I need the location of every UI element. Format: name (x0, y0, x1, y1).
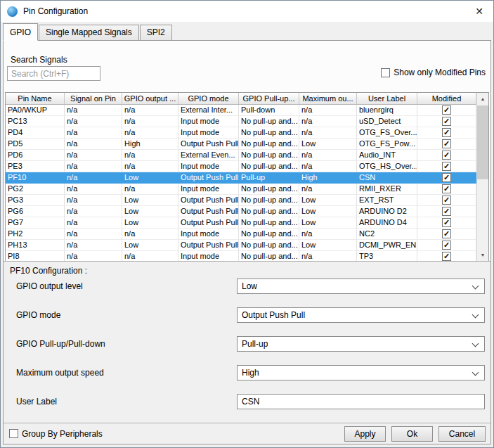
gpio-mode-select[interactable]: Output Push Pull (237, 307, 485, 323)
table-row-pg7[interactable]: PG7n/aLowOutput Push PullNo pull-up and.… (6, 217, 476, 229)
cell-maximum-ou: n/a (299, 116, 357, 127)
table-row-pg2[interactable]: PG2n/an/aInput modeNo pull-up and...n/aR… (6, 184, 476, 195)
group-by-peripherals: Group By Peripherals (9, 429, 103, 439)
cell-signal-on-pin: n/a (65, 116, 122, 127)
cell-modified: ✓ (417, 229, 476, 240)
modified-checkbox[interactable]: ✓ (442, 196, 451, 205)
cell-pin-name: PC13 (6, 116, 65, 127)
column-header-signal-on-pin[interactable]: Signal on Pin (65, 93, 122, 104)
cell-pin-name: PD4 (6, 127, 65, 139)
tab-spi2[interactable]: SPI2 (140, 25, 172, 41)
column-header-gpio-output[interactable]: GPIO output ... (122, 93, 178, 104)
check-icon: ✓ (443, 140, 450, 148)
cell-gpio-mode: Input mode (178, 161, 239, 172)
field-label: Maximum output speed (16, 368, 104, 378)
config-field-user-label: User Label (4, 394, 490, 409)
column-header-user-label[interactable]: User Label (357, 93, 417, 104)
selected-value: Low (242, 279, 257, 293)
cell-gpio-output: n/a (122, 127, 178, 139)
cell-signal-on-pin: n/a (65, 206, 122, 217)
cell-pin-name: PH13 (6, 240, 65, 251)
cell-user-label: DCMI_PWR_EN (357, 240, 417, 251)
apply-button[interactable]: Apply (344, 426, 386, 442)
modified-checkbox[interactable]: ✓ (442, 218, 451, 227)
scrollbar-thumb[interactable] (477, 105, 488, 179)
cell-maximum-ou: n/a (299, 127, 357, 139)
cancel-button[interactable]: Cancel (438, 426, 486, 442)
modified-checkbox[interactable]: ✓ (442, 173, 451, 182)
table-row-pg6[interactable]: PG6n/aLowOutput Push PullNo pull-up and.… (6, 206, 476, 217)
cell-user-label: CSN (357, 172, 417, 184)
modified-checkbox[interactable]: ✓ (442, 105, 451, 115)
cell-signal-on-pin: n/a (65, 240, 122, 251)
gpio-output-level-select[interactable]: Low (237, 279, 485, 294)
cell-gpio-pull-up: Pull-up (239, 172, 299, 184)
close-icon[interactable]: ✕ (465, 1, 493, 21)
cell-gpio-mode: Output Push Pull (178, 206, 239, 217)
modified-checkbox[interactable]: ✓ (442, 252, 451, 261)
table-row-pi8[interactable]: PI8n/an/aInput modeNo pull-up and...n/aT… (6, 251, 476, 262)
modified-checkbox[interactable]: ✓ (442, 139, 451, 148)
table-row-ph13[interactable]: PH13n/aLowOutput Push PullNo pull-up and… (6, 240, 476, 251)
gpio-pull-up-pull-down-select[interactable]: Pull-up (237, 336, 485, 352)
scroll-down-icon[interactable]: ▼ (477, 249, 488, 261)
config-section-title: PF10 Configuration : (4, 262, 490, 276)
tab-gpio[interactable]: GPIO (3, 23, 38, 41)
cell-gpio-mode: Output Push Pull (178, 172, 239, 184)
check-icon: ✓ (443, 185, 450, 193)
modified-checkbox[interactable]: ✓ (442, 128, 451, 137)
column-header-gpio-mode[interactable]: GPIO mode (178, 93, 239, 104)
cell-gpio-pull-up: No pull-up and... (239, 206, 299, 217)
cell-modified: ✓ (417, 217, 476, 229)
modified-checkbox[interactable]: ✓ (442, 241, 451, 250)
cell-modified: ✓ (417, 240, 476, 251)
table-row-pd4[interactable]: PD4n/an/aInput modeNo pull-up and...n/aO… (6, 127, 476, 139)
column-header-gpio-pull-up[interactable]: GPIO Pull-up... (239, 93, 299, 104)
modified-checkbox[interactable]: ✓ (442, 162, 451, 171)
footer-buttons: ApplyOkCancel (344, 426, 486, 442)
table-scrollbar[interactable]: ▲ ▼ (476, 93, 488, 261)
ok-button[interactable]: Ok (391, 426, 433, 442)
modified-checkbox[interactable]: ✓ (442, 229, 451, 238)
column-header-maximum-ou[interactable]: Maximum ou... (299, 93, 357, 104)
config-field-gpio-mode: GPIO modeOutput Push Pull (4, 307, 490, 323)
show-modified-checkbox[interactable] (381, 68, 390, 77)
cell-gpio-output: High (122, 139, 178, 150)
search-input[interactable] (7, 66, 100, 81)
modified-checkbox[interactable]: ✓ (442, 151, 451, 160)
cell-maximum-ou: n/a (299, 184, 357, 195)
table-row-pg3[interactable]: PG3n/aLowOutput Push PullNo pull-up and.… (6, 195, 476, 206)
window-title: Pin Configuration (23, 6, 88, 16)
table-row-pc13[interactable]: PC13n/an/aInput modeNo pull-up and...n/a… (6, 116, 476, 127)
table-row-pd5[interactable]: PD5n/aHighOutput Push PullNo pull-up and… (6, 139, 476, 150)
chevron-down-icon (472, 369, 479, 376)
cell-gpio-mode: Input mode (178, 116, 239, 127)
table-row-pf10[interactable]: PF10n/aLowOutput Push PullPull-upHighCSN… (6, 172, 476, 184)
field-label: User Label (16, 397, 57, 407)
cell-gpio-mode: Output Push Pull (178, 195, 239, 206)
modified-checkbox[interactable]: ✓ (442, 117, 451, 126)
cell-user-label: OTG_FS_Over... (357, 127, 417, 139)
table-row-pa0-wkup[interactable]: PA0/WKUPn/an/aExternal Inter...Pull-down… (6, 105, 476, 116)
table-body: PA0/WKUPn/an/aExternal Inter...Pull-down… (6, 105, 476, 262)
scroll-up-icon[interactable]: ▲ (477, 93, 488, 105)
user-label-input[interactable] (237, 394, 485, 409)
check-icon: ✓ (443, 151, 450, 159)
column-header-pin-name[interactable]: Pin Name (6, 93, 65, 104)
table-row-ph2[interactable]: PH2n/an/aInput modeNo pull-up and...n/aN… (6, 229, 476, 240)
cell-signal-on-pin: n/a (65, 229, 122, 240)
modified-checkbox[interactable]: ✓ (442, 184, 451, 193)
cell-user-label: Audio_INT (357, 150, 417, 161)
group-by-peripherals-checkbox[interactable] (9, 429, 18, 438)
column-header-modified[interactable]: Modified (417, 93, 476, 104)
table-row-pd6[interactable]: PD6n/an/aExternal Even...No pull-up and.… (6, 150, 476, 161)
table-row-pe3[interactable]: PE3n/an/aInput modeNo pull-up and...n/aO… (6, 161, 476, 172)
tab-single-mapped-signals[interactable]: Single Mapped Signals (39, 25, 139, 41)
cell-gpio-pull-up: No pull-up and... (239, 240, 299, 251)
cell-gpio-pull-up: No pull-up and... (239, 217, 299, 229)
cell-gpio-output: n/a (122, 229, 178, 240)
check-icon: ✓ (443, 241, 450, 249)
modified-checkbox[interactable]: ✓ (442, 207, 451, 216)
cell-gpio-output: n/a (122, 150, 178, 161)
maximum-output-speed-select[interactable]: High (237, 365, 485, 380)
